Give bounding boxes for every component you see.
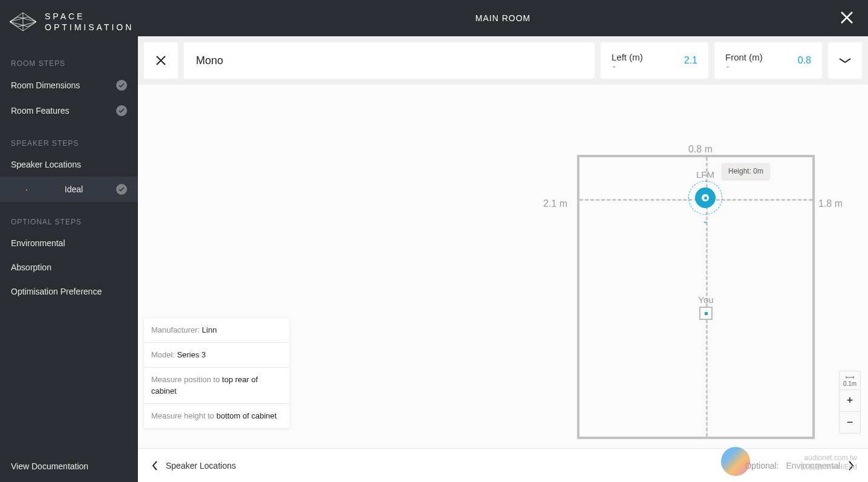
section-optional-steps: OPTIONAL STEPS bbox=[0, 213, 138, 231]
next-button[interactable]: Optional: Environmental bbox=[745, 460, 855, 471]
next-optional: Optional: bbox=[745, 461, 778, 471]
sidebar-item-label: Speaker Locations bbox=[11, 160, 81, 169]
sidebar: SPACEOPTIMISATION ROOM STEPS Room Dimens… bbox=[0, 0, 138, 482]
sidebar-item-label: Ideal bbox=[65, 184, 83, 194]
speaker-info-card: Manufacturer: Linn Model: Series 3 Measu… bbox=[144, 318, 289, 428]
expand-button[interactable] bbox=[828, 42, 862, 79]
dimension-right: 1.8 m bbox=[818, 198, 843, 209]
page-title: MAIN ROOM bbox=[475, 13, 530, 23]
room-canvas[interactable]: 0.8 m 2.1 m 1.8 m LFM ⌄ Height: 0m You bbox=[138, 85, 868, 482]
scale-icon bbox=[846, 376, 854, 379]
check-icon bbox=[116, 105, 127, 116]
zoom-control: 0.1m + − bbox=[839, 371, 861, 434]
sidebar-item-label: Optimisation Preference bbox=[11, 287, 102, 296]
check-icon bbox=[116, 80, 127, 91]
field-value: 2.1 bbox=[684, 55, 697, 66]
chevron-right-icon bbox=[847, 460, 855, 471]
listener-label: You bbox=[698, 295, 713, 305]
main-panel: MAIN ROOM Mono Left (m) ⌄ 2.1 Front (m) … bbox=[138, 0, 868, 482]
info-measure-position: Measure position to top rear of cabinet bbox=[144, 368, 289, 403]
sidebar-item-environmental[interactable]: Environmental bbox=[0, 231, 138, 255]
sidebar-item-room-dimensions[interactable]: Room Dimensions bbox=[0, 73, 138, 98]
chevron-left-icon bbox=[151, 460, 158, 471]
channel-label: Mono bbox=[184, 42, 595, 79]
sidebar-item-label: Absorption bbox=[11, 262, 51, 272]
field-label: Left (m) bbox=[612, 52, 643, 62]
view-documentation-link[interactable]: View Documentation bbox=[0, 451, 138, 482]
sidebar-item-absorption[interactable]: Absorption bbox=[0, 255, 138, 279]
dimension-left: 2.1 m bbox=[543, 198, 567, 209]
field-label: Front (m) bbox=[725, 52, 763, 62]
sidebar-item-label: Environmental bbox=[11, 238, 65, 248]
panel-close-button[interactable] bbox=[144, 42, 178, 79]
room-outline: LFM ⌄ Height: 0m You bbox=[577, 155, 815, 439]
front-distance-input[interactable]: Front (m) ⌄ 0.8 bbox=[714, 42, 822, 79]
chevron-down-icon: ⌄ bbox=[725, 62, 730, 69]
chevron-down-icon bbox=[838, 57, 852, 64]
footer-nav: Speaker Locations Optional: Environmenta… bbox=[138, 448, 868, 482]
app-logo: SPACEOPTIMISATION bbox=[0, 0, 138, 44]
left-distance-input[interactable]: Left (m) ⌄ 2.1 bbox=[601, 42, 708, 79]
back-button[interactable]: Speaker Locations bbox=[151, 460, 236, 471]
next-label: Environmental bbox=[786, 461, 841, 471]
control-row: Mono Left (m) ⌄ 2.1 Front (m) ⌄ 0.8 bbox=[138, 36, 868, 85]
sidebar-item-label: Room Dimensions bbox=[11, 80, 80, 90]
back-label: Speaker Locations bbox=[166, 461, 236, 471]
zoom-out-button[interactable]: − bbox=[840, 411, 860, 433]
info-measure-height: Measure height to bottom of cabinet bbox=[144, 404, 289, 428]
check-icon bbox=[116, 184, 127, 195]
top-bar: MAIN ROOM bbox=[138, 0, 868, 36]
height-tooltip: Height: 0m bbox=[722, 163, 769, 179]
sidebar-item-room-features[interactable]: Room Features bbox=[0, 98, 138, 123]
listener-marker[interactable]: You bbox=[699, 307, 713, 320]
close-button[interactable] bbox=[839, 10, 855, 28]
dimension-top: 0.8 m bbox=[688, 144, 713, 155]
info-model: Model: Series 3 bbox=[144, 343, 289, 368]
sidebar-item-ideal[interactable]: Ideal bbox=[0, 177, 138, 202]
section-speaker-steps: SPEAKER STEPS bbox=[0, 134, 138, 152]
logo-icon bbox=[8, 11, 38, 32]
zoom-in-button[interactable]: + bbox=[840, 389, 860, 411]
chevron-down-icon: ⌄ bbox=[612, 62, 616, 69]
zoom-scale-label: 0.1m bbox=[840, 371, 860, 389]
speaker-marker[interactable]: LFM ⌄ bbox=[688, 181, 722, 215]
section-room-steps: ROOM STEPS bbox=[0, 54, 138, 73]
close-icon bbox=[839, 10, 855, 25]
sidebar-item-optimisation-preference[interactable]: Optimisation Preference bbox=[0, 279, 138, 304]
info-manufacturer: Manufacturer: Linn bbox=[144, 318, 289, 343]
chevron-down-icon: ⌄ bbox=[702, 217, 708, 225]
speaker-label: LFM bbox=[696, 169, 714, 180]
field-value: 0.8 bbox=[798, 55, 811, 66]
close-icon bbox=[155, 54, 167, 67]
sidebar-item-speaker-locations[interactable]: Speaker Locations bbox=[0, 152, 138, 177]
sidebar-item-label: Room Features bbox=[11, 106, 69, 116]
